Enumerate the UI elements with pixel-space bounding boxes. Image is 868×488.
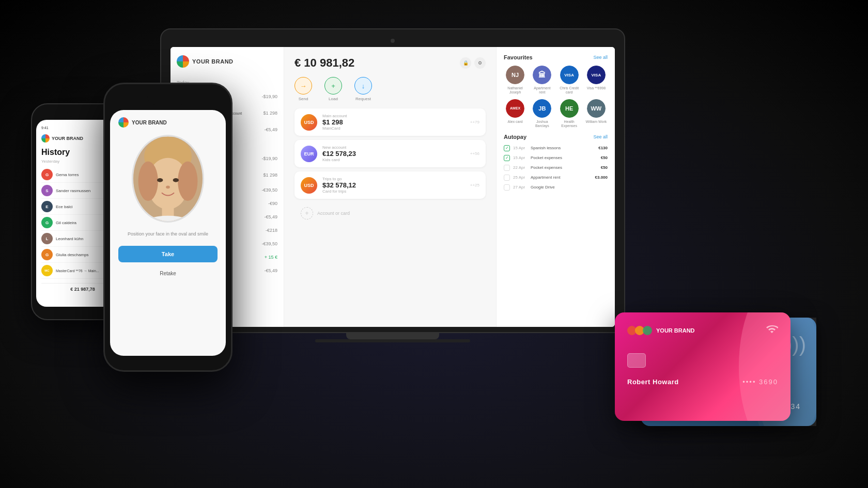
fav-initial: HE: [560, 99, 579, 118]
fav-avatar: AMEX: [506, 99, 524, 118]
brand-name: YOUR BRAND: [192, 58, 234, 65]
phone-face-logo: YOUR BRAND: [118, 117, 167, 128]
fav-avatar: WW: [587, 99, 606, 118]
fav-avatar: VISA: [560, 66, 579, 84]
txn-amount: -€39,50: [261, 241, 277, 246]
svg-point-5: [157, 178, 163, 182]
phone-notch: [67, 111, 98, 117]
send-btn[interactable]: →: [295, 77, 312, 95]
account-card-eur[interactable]: EUR New account €12 578,23 Kids card ++5…: [295, 140, 486, 167]
settings-icon[interactable]: ⚙: [474, 57, 486, 69]
account-info: New account €12 578,23 Kids card: [322, 145, 465, 162]
autopay-item: 15 Apr Pocket expenses €50: [504, 155, 608, 161]
fav-initial: JB: [533, 99, 551, 118]
avatar: S: [41, 185, 53, 196]
request-btn[interactable]: ↓: [354, 77, 372, 95]
brand-logo-icon: [41, 134, 50, 143]
fav-item[interactable]: HE Health Expenses: [558, 99, 581, 129]
favourites-see-all[interactable]: See all: [593, 55, 608, 60]
logo-circle-green: [643, 326, 652, 335]
fav-label: William Work: [586, 120, 607, 124]
autopay-amount: €50: [601, 165, 608, 170]
favourites-title: Favourites: [504, 54, 533, 60]
autopay-check[interactable]: [504, 184, 510, 191]
autopay-check[interactable]: [504, 145, 510, 151]
brand-logo-icon: [177, 55, 189, 68]
fav-item[interactable]: JB Joshua Barclays: [531, 99, 553, 129]
txn-amount: -€5,49: [264, 127, 277, 132]
balance-row: € 10 981,82 🔒 ⚙: [295, 56, 486, 70]
send-action[interactable]: → Send: [295, 77, 312, 101]
autopay-date: 22 Apr: [513, 165, 528, 170]
fav-item[interactable]: VISA Visa **6998: [585, 66, 608, 95]
fav-avatar: HE: [560, 99, 579, 118]
autopay-name: Google Drive: [531, 185, 605, 190]
txn-amount: -€90: [268, 201, 277, 206]
lock-icon[interactable]: 🔒: [460, 57, 471, 69]
fav-label: Alex card: [508, 120, 523, 124]
autopay-title: Autopay: [504, 134, 526, 140]
fav-initial: 🏛: [533, 66, 551, 84]
autopay-amount: €130: [598, 146, 608, 150]
laptop-logo: YOUR BRAND: [177, 55, 277, 68]
autopay-name: Appartment rent: [531, 175, 592, 180]
account-card-trips[interactable]: USD Trips to go $32 578,12 Card for trip…: [295, 171, 486, 199]
load-btn[interactable]: +: [324, 77, 342, 95]
txn-amount: -€39,50: [261, 187, 277, 193]
account-icon-eur: EUR: [301, 146, 317, 162]
request-label: Request: [355, 97, 371, 101]
autopay-list: 15 Apr Spanish lessons €130 15 Apr Pocke…: [504, 145, 608, 191]
brand-logo-icon: [118, 117, 129, 128]
fav-item[interactable]: WW William Work: [585, 99, 608, 129]
card-number: ++56: [470, 151, 479, 156]
phone-face-frame: YOUR BRAND: [103, 83, 233, 372]
account-balance: $32 578,12: [322, 181, 465, 189]
txn-amount: -$19,90: [261, 156, 277, 161]
txn-amount: + 15 €: [265, 255, 277, 260]
add-icon: +: [301, 207, 313, 219]
favourites-header: Favourites See all: [504, 54, 608, 60]
face-instruction: Position your face in the oval and smile: [128, 231, 208, 238]
account-icon-trips: USD: [301, 177, 317, 194]
laptop-foot: [315, 339, 470, 342]
card-label-small: Card for trips: [322, 189, 465, 194]
fav-label: Nathaniel Joseph: [504, 86, 526, 95]
autopay-check[interactable]: [504, 165, 510, 171]
brand-name: YOUR BRAND: [132, 120, 167, 125]
add-account-btn[interactable]: + Account or card: [295, 203, 486, 224]
fav-label: Chris Credit card: [558, 86, 581, 95]
laptop-right-panel: Favourites See all NJ Nathaniel Joseph 🏛: [496, 47, 615, 327]
card-front: YOUR BRAND Robert Howard •••• 3690: [615, 312, 791, 421]
txn-amount: -€218: [266, 228, 277, 233]
autopay-name: Pocket expenses: [531, 155, 598, 160]
autopay-header: Autopay See all: [504, 134, 608, 140]
fav-item[interactable]: VISA Chris Credit card: [558, 66, 581, 95]
fav-item[interactable]: 🏛 Apartment rent: [531, 66, 553, 95]
account-card-main[interactable]: USD Main account $1 298 MainCard ++79: [295, 108, 486, 136]
autopay-see-all[interactable]: See all: [593, 134, 608, 139]
fav-item[interactable]: NJ Nathaniel Joseph: [504, 66, 526, 95]
svg-point-9: [141, 216, 195, 221]
accounts-list: USD Main account $1 298 MainCard ++79 EU…: [295, 108, 486, 224]
take-photo-button[interactable]: Take: [118, 246, 218, 262]
load-label: Load: [329, 97, 338, 101]
retake-photo-button[interactable]: Retake: [118, 266, 218, 280]
request-action[interactable]: ↓ Request: [354, 77, 372, 101]
autopay-check[interactable]: [504, 155, 510, 161]
autopay-amount: €3.000: [595, 175, 608, 180]
laptop-stand: [346, 333, 439, 339]
fav-initial: VISA: [587, 66, 606, 84]
load-action[interactable]: + Load: [324, 77, 342, 101]
autopay-item: 25 Apr Appartment rent €3.000: [504, 175, 608, 181]
fav-item[interactable]: AMEX Alex card: [504, 99, 526, 129]
card-number: ++25: [470, 183, 479, 187]
card-label-small: MainCard: [322, 126, 465, 131]
autopay-check[interactable]: [504, 175, 510, 181]
avatar: G: [41, 249, 53, 260]
fav-avatar: VISA: [587, 66, 606, 84]
account-label: New account: [322, 145, 465, 150]
action-buttons: → Send + Load ↓ Request: [295, 77, 486, 101]
txn-amount: $1 298: [263, 172, 277, 178]
face-image: [133, 136, 203, 221]
phone-face-scan: YOUR BRAND: [103, 83, 233, 372]
